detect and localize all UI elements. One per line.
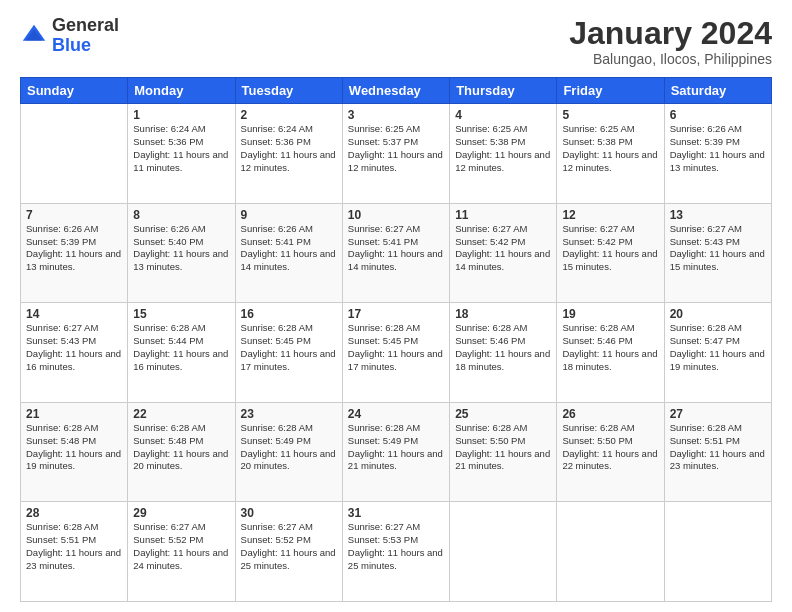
sunrise-text: Sunrise: 6:27 AM	[455, 223, 551, 236]
calendar-cell: 13 Sunrise: 6:27 AM Sunset: 5:43 PM Dayl…	[664, 203, 771, 303]
calendar-cell: 5 Sunrise: 6:25 AM Sunset: 5:38 PM Dayli…	[557, 104, 664, 204]
daylight-text: Daylight: 11 hours and 15 minutes.	[670, 248, 766, 274]
sunset-text: Sunset: 5:53 PM	[348, 534, 444, 547]
calendar-cell: 21 Sunrise: 6:28 AM Sunset: 5:48 PM Dayl…	[21, 402, 128, 502]
calendar-week-row: 28 Sunrise: 6:28 AM Sunset: 5:51 PM Dayl…	[21, 502, 772, 602]
daylight-text: Daylight: 11 hours and 23 minutes.	[26, 547, 122, 573]
day-number: 31	[348, 506, 444, 520]
sunset-text: Sunset: 5:46 PM	[562, 335, 658, 348]
calendar-week-row: 1 Sunrise: 6:24 AM Sunset: 5:36 PM Dayli…	[21, 104, 772, 204]
sunrise-text: Sunrise: 6:28 AM	[133, 422, 229, 435]
day-number: 7	[26, 208, 122, 222]
sunset-text: Sunset: 5:50 PM	[455, 435, 551, 448]
day-number: 21	[26, 407, 122, 421]
cell-content: 6 Sunrise: 6:26 AM Sunset: 5:39 PM Dayli…	[670, 108, 766, 174]
daylight-text: Daylight: 11 hours and 24 minutes.	[133, 547, 229, 573]
daylight-text: Daylight: 11 hours and 22 minutes.	[562, 448, 658, 474]
cell-content: 9 Sunrise: 6:26 AM Sunset: 5:41 PM Dayli…	[241, 208, 337, 274]
cell-content: 27 Sunrise: 6:28 AM Sunset: 5:51 PM Dayl…	[670, 407, 766, 473]
calendar-cell: 24 Sunrise: 6:28 AM Sunset: 5:49 PM Dayl…	[342, 402, 449, 502]
day-header-friday: Friday	[557, 78, 664, 104]
daylight-text: Daylight: 11 hours and 12 minutes.	[455, 149, 551, 175]
location-subtitle: Balungao, Ilocos, Philippines	[569, 51, 772, 67]
daylight-text: Daylight: 11 hours and 14 minutes.	[455, 248, 551, 274]
cell-content: 2 Sunrise: 6:24 AM Sunset: 5:36 PM Dayli…	[241, 108, 337, 174]
daylight-text: Daylight: 11 hours and 18 minutes.	[455, 348, 551, 374]
day-number: 8	[133, 208, 229, 222]
sunrise-text: Sunrise: 6:27 AM	[241, 521, 337, 534]
cell-content: 18 Sunrise: 6:28 AM Sunset: 5:46 PM Dayl…	[455, 307, 551, 373]
cell-content: 3 Sunrise: 6:25 AM Sunset: 5:37 PM Dayli…	[348, 108, 444, 174]
sunset-text: Sunset: 5:49 PM	[348, 435, 444, 448]
calendar-cell: 17 Sunrise: 6:28 AM Sunset: 5:45 PM Dayl…	[342, 303, 449, 403]
day-number: 17	[348, 307, 444, 321]
cell-content: 31 Sunrise: 6:27 AM Sunset: 5:53 PM Dayl…	[348, 506, 444, 572]
daylight-text: Daylight: 11 hours and 11 minutes.	[133, 149, 229, 175]
daylight-text: Daylight: 11 hours and 13 minutes.	[670, 149, 766, 175]
sunrise-text: Sunrise: 6:28 AM	[26, 521, 122, 534]
daylight-text: Daylight: 11 hours and 16 minutes.	[26, 348, 122, 374]
day-number: 24	[348, 407, 444, 421]
calendar-cell: 10 Sunrise: 6:27 AM Sunset: 5:41 PM Dayl…	[342, 203, 449, 303]
sunset-text: Sunset: 5:42 PM	[562, 236, 658, 249]
sunrise-text: Sunrise: 6:27 AM	[348, 521, 444, 534]
title-block: January 2024 Balungao, Ilocos, Philippin…	[569, 16, 772, 67]
daylight-text: Daylight: 11 hours and 15 minutes.	[562, 248, 658, 274]
cell-content: 10 Sunrise: 6:27 AM Sunset: 5:41 PM Dayl…	[348, 208, 444, 274]
sunset-text: Sunset: 5:50 PM	[562, 435, 658, 448]
logo-icon	[20, 22, 48, 50]
sunset-text: Sunset: 5:45 PM	[348, 335, 444, 348]
daylight-text: Daylight: 11 hours and 14 minutes.	[241, 248, 337, 274]
sunset-text: Sunset: 5:38 PM	[455, 136, 551, 149]
sunrise-text: Sunrise: 6:28 AM	[455, 422, 551, 435]
daylight-text: Daylight: 11 hours and 21 minutes.	[348, 448, 444, 474]
cell-content: 30 Sunrise: 6:27 AM Sunset: 5:52 PM Dayl…	[241, 506, 337, 572]
day-number: 30	[241, 506, 337, 520]
daylight-text: Daylight: 11 hours and 25 minutes.	[348, 547, 444, 573]
daylight-text: Daylight: 11 hours and 13 minutes.	[26, 248, 122, 274]
sunset-text: Sunset: 5:49 PM	[241, 435, 337, 448]
calendar-cell: 8 Sunrise: 6:26 AM Sunset: 5:40 PM Dayli…	[128, 203, 235, 303]
sunrise-text: Sunrise: 6:27 AM	[26, 322, 122, 335]
calendar-table: SundayMondayTuesdayWednesdayThursdayFrid…	[20, 77, 772, 602]
day-header-sunday: Sunday	[21, 78, 128, 104]
sunset-text: Sunset: 5:42 PM	[455, 236, 551, 249]
calendar-cell: 27 Sunrise: 6:28 AM Sunset: 5:51 PM Dayl…	[664, 402, 771, 502]
sunrise-text: Sunrise: 6:25 AM	[562, 123, 658, 136]
calendar-header-row: SundayMondayTuesdayWednesdayThursdayFrid…	[21, 78, 772, 104]
day-number: 10	[348, 208, 444, 222]
sunset-text: Sunset: 5:41 PM	[348, 236, 444, 249]
day-number: 23	[241, 407, 337, 421]
day-number: 27	[670, 407, 766, 421]
cell-content: 21 Sunrise: 6:28 AM Sunset: 5:48 PM Dayl…	[26, 407, 122, 473]
header: General Blue January 2024 Balungao, Iloc…	[20, 16, 772, 67]
sunset-text: Sunset: 5:48 PM	[26, 435, 122, 448]
calendar-cell: 30 Sunrise: 6:27 AM Sunset: 5:52 PM Dayl…	[235, 502, 342, 602]
daylight-text: Daylight: 11 hours and 12 minutes.	[241, 149, 337, 175]
sunset-text: Sunset: 5:40 PM	[133, 236, 229, 249]
day-number: 13	[670, 208, 766, 222]
sunrise-text: Sunrise: 6:28 AM	[241, 422, 337, 435]
calendar-cell: 16 Sunrise: 6:28 AM Sunset: 5:45 PM Dayl…	[235, 303, 342, 403]
calendar-cell: 29 Sunrise: 6:27 AM Sunset: 5:52 PM Dayl…	[128, 502, 235, 602]
sunset-text: Sunset: 5:51 PM	[670, 435, 766, 448]
day-number: 12	[562, 208, 658, 222]
cell-content: 1 Sunrise: 6:24 AM Sunset: 5:36 PM Dayli…	[133, 108, 229, 174]
calendar-week-row: 7 Sunrise: 6:26 AM Sunset: 5:39 PM Dayli…	[21, 203, 772, 303]
cell-content: 12 Sunrise: 6:27 AM Sunset: 5:42 PM Dayl…	[562, 208, 658, 274]
calendar-cell: 1 Sunrise: 6:24 AM Sunset: 5:36 PM Dayli…	[128, 104, 235, 204]
day-header-thursday: Thursday	[450, 78, 557, 104]
day-number: 20	[670, 307, 766, 321]
day-number: 29	[133, 506, 229, 520]
calendar-cell: 6 Sunrise: 6:26 AM Sunset: 5:39 PM Dayli…	[664, 104, 771, 204]
sunrise-text: Sunrise: 6:28 AM	[348, 322, 444, 335]
sunrise-text: Sunrise: 6:27 AM	[670, 223, 766, 236]
cell-content: 28 Sunrise: 6:28 AM Sunset: 5:51 PM Dayl…	[26, 506, 122, 572]
day-header-monday: Monday	[128, 78, 235, 104]
sunset-text: Sunset: 5:51 PM	[26, 534, 122, 547]
calendar-cell: 28 Sunrise: 6:28 AM Sunset: 5:51 PM Dayl…	[21, 502, 128, 602]
calendar-cell: 18 Sunrise: 6:28 AM Sunset: 5:46 PM Dayl…	[450, 303, 557, 403]
page: General Blue January 2024 Balungao, Iloc…	[0, 0, 792, 612]
calendar-cell: 9 Sunrise: 6:26 AM Sunset: 5:41 PM Dayli…	[235, 203, 342, 303]
cell-content: 15 Sunrise: 6:28 AM Sunset: 5:44 PM Dayl…	[133, 307, 229, 373]
